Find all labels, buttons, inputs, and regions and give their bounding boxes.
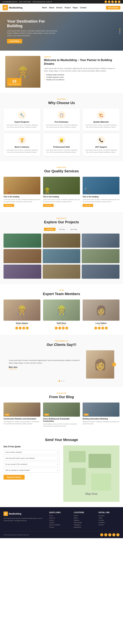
team-grid: 👷 Dylan Adams CEO & Founder f t in p 👷 H… [3,300,120,330]
project-item-2[interactable] [43,234,80,248]
topbar-linkedin-icon[interactable]: in [111,0,114,3]
footer-social-pinterest[interactable]: Pinterest [98,524,120,526]
project-item-9[interactable] [82,264,120,279]
footer-pinterest-icon[interactable]: p [116,533,120,536]
hero-dots [119,29,120,34]
project-item-1[interactable] [3,234,41,248]
footer-loc-chittagong: Chittagong [74,524,95,526]
footer-logo: M MaxBuilding [3,512,46,516]
project-item-3[interactable] [82,234,120,248]
about-worker-figure: 👷 [16,66,30,78]
testimonial-dot-3[interactable] [63,380,64,382]
why-card-3: 🏗️ Quality Materials Lorem ipsum dolor s… [83,108,120,131]
testimonial-next-arrow[interactable]: ❯ [112,362,116,366]
team-member-3-socials: f t in p [83,327,120,330]
nav-pages[interactable]: Pages [73,7,78,9]
why-card-1: 🔧 Expert Engineer Lorem ipsum dolor sit … [3,108,40,131]
blog-post-1-title: Construction Robotics and Automation [3,418,40,420]
service-figure-3: 🔨 [83,187,90,194]
service-2-desc: Lorem ipsum dolor sit amet, consectetur … [43,198,80,203]
team-2-pinterest-icon[interactable]: p [65,327,68,330]
team-member-1-figure: 👷 [3,300,40,321]
footer-facebook-icon[interactable]: f [100,533,103,536]
service-image-3: 🔨 [83,177,120,194]
nav-service[interactable]: Service [56,7,62,9]
footer-linkedin-icon[interactable]: in [108,533,111,536]
project-item-8[interactable] [43,264,80,279]
team-2-twitter-icon[interactable]: t [58,327,61,330]
why-card-3-title: Quality Materials [85,121,117,123]
hero-dot-3[interactable] [119,33,120,34]
nav-contact[interactable]: Contact [80,7,86,9]
dropdown-html[interactable]: Do you accept HTML websites? [3,462,60,466]
blog-post-3-desc: Building information modeling is changin… [83,421,120,425]
project-tab-upcoming[interactable]: Upcoming [68,228,79,231]
footer-quicklinks-title: QUICK LINKS [49,512,70,514]
footer-social-youtube[interactable]: YouTube [98,520,120,521]
service-3-btn[interactable]: Read More [83,204,93,207]
top-bar-socials: f t in yt p [105,0,120,3]
team-1-pinterest-icon[interactable]: p [26,327,29,330]
team-3-facebook-icon[interactable]: f [94,327,97,330]
team-3-linkedin-icon[interactable]: in [101,327,104,330]
footer-link-contact[interactable]: Contact [49,526,70,528]
topbar-youtube-icon[interactable]: yt [115,0,117,3]
nav-about[interactable]: About [49,7,54,9]
project-item-7[interactable] [3,264,41,279]
testimonial-dot-2[interactable] [61,380,62,382]
blog-post-3-title: Building Information Modeling [83,418,120,420]
footer-social-instagram[interactable]: Instagram [98,522,120,523]
nav-home[interactable]: Home [42,7,47,9]
footer-brand: M MaxBuilding Lorem ipsum dolor sit amet… [3,512,46,529]
team-1-linkedin-icon[interactable]: in [22,327,25,330]
footer-link-about[interactable]: About Us [49,517,70,519]
dropdown-timeline[interactable]: How long will it take to get a new websi… [3,456,60,460]
footer-link-builder[interactable]: Become A Builder [49,524,70,526]
hero-dot-2[interactable] [119,31,120,32]
footer-link-service[interactable]: Service [49,520,70,521]
testimonial-person-figure: 👩 [86,350,114,378]
team-section-title: Expert Team Members [3,292,120,296]
team-1-twitter-icon[interactable]: t [19,327,22,330]
project-tab-completed[interactable]: Completed [44,228,56,231]
footer-youtube-icon[interactable]: yt [112,533,116,536]
project-item-4[interactable] [3,249,41,263]
project-item-6[interactable] [82,249,120,263]
footer-social-twitter[interactable]: Twitter [98,517,120,519]
footer-link-home[interactable]: Home [49,515,70,516]
topbar-facebook-icon[interactable]: f [105,0,107,3]
hero-section: Your Destination For Building Lorem ipsu… [0,12,123,50]
testimonial-dot-1[interactable] [59,380,60,382]
best-industry-icon: 🏆 [18,136,26,144]
testimonial-dots [3,380,120,382]
topbar-twitter-icon[interactable]: t [108,0,110,3]
footer-brand-name: MaxBuilding [9,512,21,515]
testimonials-inner: Lorem ipsum dolor sit amet, consectetur … [9,350,114,378]
nav-project[interactable]: Project [65,7,71,9]
dropdown-mobile[interactable]: Will my website be mobile friendly? [3,468,60,472]
team-member-1-name: Dylan Adams [3,322,40,324]
footer-locations-title: LOCATIONS [74,512,95,514]
footer-twitter-icon[interactable]: t [104,533,107,536]
footer-link-projects[interactable]: Projects [49,522,70,523]
hero-learn-more-button[interactable]: Learn More [7,39,22,44]
team-1-facebook-icon[interactable]: f [15,327,18,330]
team-2-linkedin-icon[interactable]: in [62,327,65,330]
team-3-twitter-icon[interactable]: t [98,327,101,330]
dropdown-website-build[interactable]: How to build a website? [3,450,60,454]
service-2-btn[interactable]: Read More [43,204,54,207]
footer-brand-description: Lorem ipsum dolor sit amet, consectetur … [3,517,46,522]
hero-dot-1[interactable] [119,29,120,30]
service-1-btn[interactable]: Read More [3,204,14,207]
project-item-5[interactable] [43,249,80,263]
request-quote-button[interactable]: Request A Quote [3,475,25,480]
topbar-pinterest-icon[interactable]: p [118,0,120,3]
team-member-2-image: 👷 [43,300,80,321]
project-tab-running[interactable]: Running [57,228,67,231]
blog-post-2: 2024 Green Building and Sustainable Cons… [43,402,80,427]
team-2-facebook-icon[interactable]: f [55,327,58,330]
footer-social-facebook[interactable]: Facebook [98,515,120,516]
about-check-3: Flexible and cost effective [44,79,118,80]
quote-button[interactable]: Get A Quote [106,6,120,10]
team-3-pinterest-icon[interactable]: p [105,327,108,330]
